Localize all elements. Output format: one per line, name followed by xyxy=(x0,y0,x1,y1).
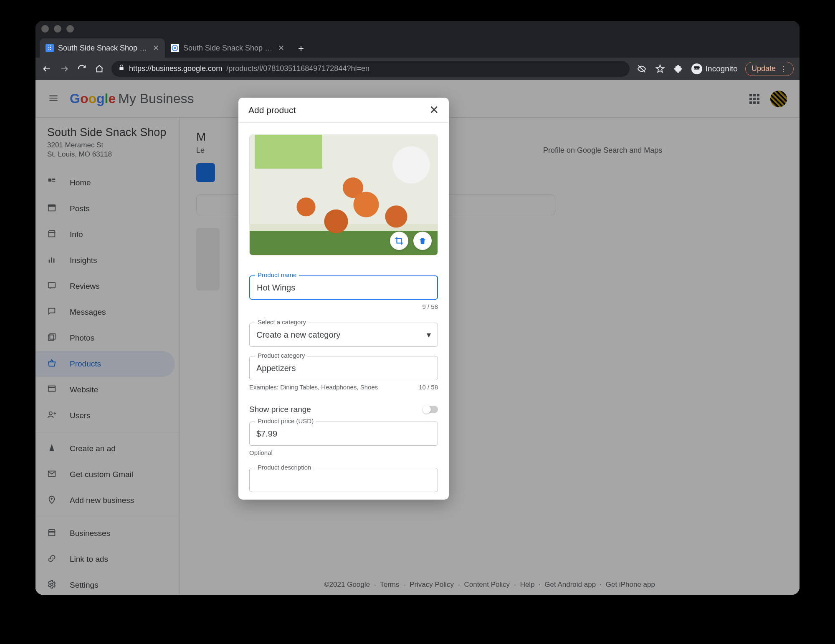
new-tab-button[interactable]: + xyxy=(295,43,307,54)
svg-point-1 xyxy=(174,47,176,49)
close-icon[interactable]: ✕ xyxy=(429,103,439,117)
tab-strip: ⠿ South Side Snack Shop - Produ ✕ South … xyxy=(35,37,800,58)
update-button[interactable]: Update ⋮ xyxy=(745,62,794,76)
chevron-down-icon: ▾ xyxy=(427,330,431,340)
minimize-window-icon[interactable] xyxy=(54,25,61,33)
kebab-icon: ⋮ xyxy=(780,64,787,73)
reload-button[interactable] xyxy=(76,63,87,74)
product-photo xyxy=(249,134,438,255)
tab-label: South Side Snack Shop - Goog xyxy=(183,44,274,53)
incognito-icon xyxy=(691,63,702,74)
macos-titlebar xyxy=(35,21,800,37)
price-label: Product price (USD) xyxy=(255,417,316,424)
dialog-body[interactable]: Product name 9 / 58 Select a category Cr… xyxy=(238,123,449,500)
extensions-icon[interactable] xyxy=(673,63,684,74)
category-select-label: Select a category xyxy=(255,318,309,326)
price-range-row: Show price range xyxy=(249,405,438,414)
product-name-label: Product name xyxy=(255,271,299,278)
home-button[interactable] xyxy=(94,63,105,74)
description-field: Product description xyxy=(249,468,438,492)
category-select-field: Select a category Create a new category … xyxy=(249,323,438,347)
product-name-input[interactable] xyxy=(249,275,438,300)
price-range-label: Show price range xyxy=(249,405,311,414)
page-content: Google My Business South Side Snack Shop… xyxy=(35,80,800,595)
price-field: Product price (USD) xyxy=(249,422,438,446)
price-range-toggle[interactable] xyxy=(423,406,438,413)
close-tab-icon[interactable]: ✕ xyxy=(278,43,284,53)
category-examples: Examples: Dining Tables, Headphones, Sho… xyxy=(249,384,378,391)
description-label: Product description xyxy=(255,464,314,471)
url-path: /products/l/07810351168497172844?hl=en xyxy=(226,64,369,73)
description-input[interactable] xyxy=(249,468,438,492)
favicon-icon: ⠿ xyxy=(46,44,54,52)
traffic-lights xyxy=(41,25,74,33)
incognito-indicator[interactable]: Incognito xyxy=(691,63,738,74)
dialog-header: Add product ✕ xyxy=(238,98,449,123)
product-category-field: Product category xyxy=(249,356,438,380)
category-select[interactable]: Create a new category ▾ xyxy=(249,323,438,347)
product-category-label: Product category xyxy=(255,352,307,359)
product-category-helper: Examples: Dining Tables, Headphones, Sho… xyxy=(249,384,438,391)
dialog-title: Add product xyxy=(248,105,296,115)
price-input[interactable] xyxy=(249,422,438,446)
star-icon[interactable] xyxy=(655,63,665,74)
product-category-input[interactable] xyxy=(249,356,438,380)
eye-off-icon[interactable] xyxy=(636,63,647,74)
browser-toolbar: https://business.google.com/products/l/0… xyxy=(35,58,800,80)
product-name-counter: 9 / 58 xyxy=(249,303,438,310)
browser-window: ⠿ South Side Snack Shop - Produ ✕ South … xyxy=(35,21,800,595)
delete-photo-button[interactable] xyxy=(413,232,432,250)
tab-label: South Side Snack Shop - Produ xyxy=(58,44,149,53)
incognito-label: Incognito xyxy=(706,64,738,73)
url-host: https://business.google.com xyxy=(129,64,222,73)
price-optional: Optional xyxy=(249,449,438,456)
crop-photo-button[interactable] xyxy=(390,232,408,250)
toolbar-right: Incognito Update ⋮ xyxy=(636,62,794,76)
forward-button[interactable] xyxy=(59,63,70,74)
close-window-icon[interactable] xyxy=(41,25,49,33)
add-product-dialog: Add product ✕ Product name 9 / 58 Selec xyxy=(238,98,449,500)
zoom-window-icon[interactable] xyxy=(66,25,74,33)
product-name-field: Product name xyxy=(249,275,438,300)
browser-tab-active[interactable]: ⠿ South Side Snack Shop - Produ ✕ xyxy=(40,38,165,58)
back-button[interactable] xyxy=(41,63,52,74)
update-label: Update xyxy=(752,64,776,73)
category-select-value: Create a new category xyxy=(256,330,340,340)
browser-tab[interactable]: South Side Snack Shop - Goog ✕ xyxy=(165,38,290,58)
close-tab-icon[interactable]: ✕ xyxy=(153,43,159,53)
address-bar[interactable]: https://business.google.com/products/l/0… xyxy=(111,61,630,77)
lock-icon xyxy=(118,64,125,73)
favicon-icon xyxy=(171,44,179,52)
category-counter: 10 / 58 xyxy=(419,384,438,391)
